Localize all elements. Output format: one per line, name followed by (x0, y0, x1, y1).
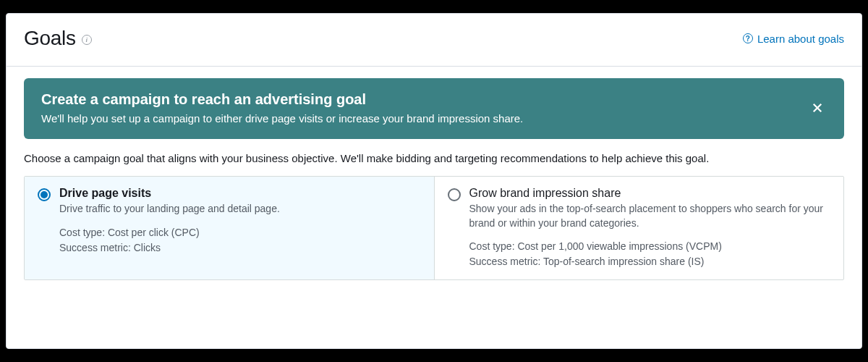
banner-subtitle: We'll help you set up a campaign to eith… (41, 112, 523, 125)
success-metric: Success metric: Top-of-search impression… (469, 254, 831, 269)
question-icon: ? (743, 33, 753, 43)
cost-type: Cost type: Cost per click (CPC) (59, 225, 421, 240)
radio-wrap (38, 187, 51, 269)
banner-text: Create a campaign to reach an advertisin… (41, 91, 523, 125)
info-banner: Create a campaign to reach an advertisin… (24, 78, 844, 139)
title-wrap: Goals i (24, 27, 92, 50)
radio-button[interactable] (38, 188, 51, 201)
radio-button[interactable] (448, 188, 461, 201)
panel-header: Goals i ? Learn about goals (7, 14, 861, 67)
option-meta: Cost type: Cost per click (CPC) Success … (59, 225, 421, 256)
option-grow-brand-impression[interactable]: Grow brand impression share Show your ad… (434, 177, 844, 279)
instruction-text: Choose a campaign goal that aligns with … (24, 152, 844, 164)
info-icon[interactable]: i (82, 35, 92, 45)
close-icon (811, 101, 824, 114)
help-link[interactable]: ? Learn about goals (743, 33, 844, 45)
option-drive-page-visits[interactable]: Drive page visits Drive traffic to your … (25, 177, 434, 279)
banner-close-button[interactable] (808, 98, 827, 117)
option-content: Drive page visits Drive traffic to your … (59, 187, 421, 269)
cost-type: Cost type: Cost per 1,000 viewable impre… (469, 239, 831, 254)
option-title: Drive page visits (59, 187, 421, 200)
option-desc: Drive traffic to your landing page and d… (59, 202, 421, 216)
option-meta: Cost type: Cost per 1,000 viewable impre… (469, 239, 831, 269)
page-title: Goals (24, 27, 76, 50)
option-content: Grow brand impression share Show your ad… (469, 187, 831, 269)
help-link-label: Learn about goals (757, 33, 844, 45)
radio-wrap (448, 187, 461, 269)
success-metric: Success metric: Clicks (59, 240, 421, 256)
option-desc: Show your ads in the top-of-search place… (469, 202, 831, 230)
radio-dot-icon (41, 191, 48, 198)
option-title: Grow brand impression share (469, 187, 831, 200)
panel-body: Create a campaign to reach an advertisin… (7, 67, 861, 285)
goal-options: Drive page visits Drive traffic to your … (24, 176, 844, 280)
goals-panel: Goals i ? Learn about goals Create a cam… (6, 13, 862, 349)
banner-title: Create a campaign to reach an advertisin… (41, 91, 523, 108)
